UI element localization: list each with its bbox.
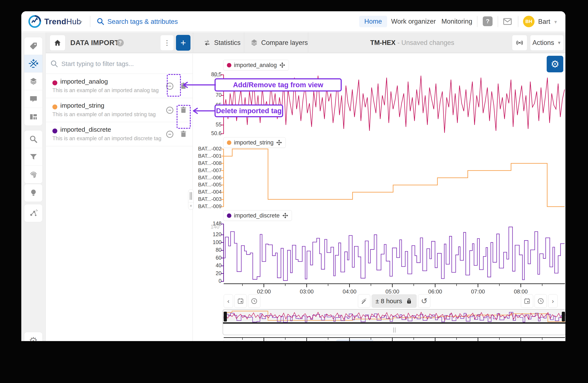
move-icon[interactable] [282, 212, 288, 219]
actions-button[interactable]: Actions ▼ [530, 35, 564, 51]
tag-description: This is an example of an imported string… [52, 111, 156, 117]
sidebar-item-comments[interactable] [24, 90, 42, 108]
tab-home[interactable]: Home [359, 16, 387, 27]
live-mode-button[interactable] [512, 35, 527, 51]
lightbulb-icon [29, 189, 38, 197]
x-axis-tick [306, 338, 307, 341]
x-axis-tick-label: 05:00 [380, 288, 405, 295]
mail-icon[interactable] [502, 16, 513, 27]
annotation-text: Delete imported tag [216, 107, 282, 115]
lock-icon[interactable] [405, 297, 413, 305]
toolbar-divider [193, 32, 193, 53]
x-axis-tick [349, 338, 350, 341]
remove-from-view-icon[interactable] [165, 130, 174, 139]
annotation-add-remove: Add/Remove tag from view [214, 78, 342, 92]
search-input[interactable]: Search tags & attributes [107, 11, 178, 32]
app-window: TrendHub ▾ Search tags & attributes Home… [21, 11, 566, 341]
x-axis-minor-tick [542, 338, 542, 340]
x-axis-minor-tick [328, 338, 328, 340]
y-axis-category-label: BAT...-003 [189, 196, 222, 202]
start-calendar-button[interactable] [234, 294, 247, 308]
overview-strip[interactable] [223, 309, 566, 335]
search-icon[interactable] [96, 17, 105, 26]
sidebar-item-filter[interactable] [24, 148, 42, 166]
sidebar-item-recommendations[interactable] [24, 184, 42, 202]
tag-row-imported-discrete[interactable]: imported_discrete This is an example of … [46, 122, 193, 146]
x-axis-tick [435, 338, 436, 341]
x-axis-tick-label: 03:00 [294, 288, 319, 295]
range-1d-button[interactable]: 1D [224, 340, 237, 341]
string-trend-chart[interactable] [224, 145, 565, 209]
y-axis-tick-label: 80 [188, 72, 219, 78]
help-icon[interactable]: ? [483, 16, 493, 26]
legend-chip-imported-discrete[interactable]: imported_discrete [223, 210, 292, 221]
chart-settings-button[interactable]: ⚙ [547, 56, 563, 72]
range-1w-button[interactable]: 1W [237, 340, 252, 341]
add-tag-button[interactable]: + [176, 35, 190, 51]
x-axis-tick [478, 338, 478, 341]
overview-scrollbar[interactable] [223, 325, 566, 335]
panel-menu-button[interactable]: ⋮ [160, 35, 174, 51]
sidebar-item-tags[interactable] [24, 37, 42, 55]
sidebar-item-context[interactable] [24, 204, 42, 222]
pan-left-button[interactable]: ‹ [224, 294, 233, 308]
compare-layers-button[interactable]: Compare layers [261, 32, 308, 53]
trend-scale-button[interactable] [358, 294, 370, 308]
move-icon[interactable] [279, 62, 285, 68]
home-folder-button[interactable] [50, 35, 65, 51]
avatar[interactable]: BH [523, 16, 535, 27]
tab-work-organizer[interactable]: Work organizer [391, 16, 436, 27]
sidebar-item-search[interactable] [24, 131, 42, 148]
tag-row-imported-string[interactable]: imported_string This is an example of an… [46, 98, 193, 122]
x-axis-tick [349, 284, 350, 287]
brand-name[interactable]: TrendHub [44, 11, 81, 32]
panel-help-icon[interactable]: ? [117, 39, 124, 46]
x-axis-tick-label: 08:00 [508, 288, 534, 295]
tag-filter-input[interactable]: Start typing to filter tags... [61, 54, 134, 74]
pan-right-button[interactable]: › [548, 294, 558, 308]
legend-chip-imported-analog[interactable]: imported_analog [223, 60, 289, 70]
start-time-button[interactable] [248, 294, 260, 308]
user-chevron-down-icon[interactable]: ▾ [554, 19, 557, 25]
rail-group-search [24, 130, 42, 184]
move-icon[interactable] [276, 140, 282, 146]
statistics-button[interactable]: Statistics [214, 32, 241, 53]
sidebar-item-calculations[interactable] [24, 55, 42, 73]
trash-icon[interactable] [179, 130, 188, 138]
discrete-trend-chart[interactable] [224, 224, 565, 282]
series-line [224, 149, 565, 207]
tab-monitoring[interactable]: Monitoring [441, 16, 472, 27]
sidebar-item-settings[interactable]: ⚙ [24, 332, 42, 341]
legend-chip-imported-string[interactable]: imported_string [223, 137, 286, 148]
range-3m-button[interactable]: 3M [266, 340, 281, 341]
user-name[interactable]: Bart [538, 11, 550, 32]
sidebar-item-fingerprint[interactable] [24, 166, 42, 183]
end-time-button[interactable] [535, 294, 547, 308]
splitter-grip[interactable] [188, 190, 193, 202]
range-6m-button[interactable]: 6M [281, 340, 296, 341]
x-axis-minor-tick [371, 284, 371, 286]
range-all-button[interactable]: ALL [309, 340, 326, 341]
range-1m-button[interactable]: 1M [252, 340, 267, 341]
panel-splitter-handle[interactable]: × [188, 189, 194, 210]
panel-close-icon[interactable]: × [188, 202, 193, 209]
range-1y-button[interactable]: 1Y [296, 340, 309, 341]
x-axis-minor-tick [285, 284, 286, 286]
history-button[interactable]: ↺ [418, 294, 430, 308]
overview-right-handle[interactable] [562, 312, 565, 322]
legend-label: imported_discrete [234, 212, 280, 219]
duration-control[interactable]: ± 8 hours [372, 294, 417, 308]
overview-left-handle[interactable] [224, 312, 227, 322]
fit-range-button[interactable] [373, 340, 383, 341]
x-axis-tick-label: 02:00 [251, 288, 277, 295]
sidebar-item-layers[interactable] [24, 73, 42, 90]
x-axis-minor-tick [542, 284, 542, 286]
custom-range-button[interactable]: CUSTOM ▲ [336, 340, 373, 341]
end-calendar-button[interactable] [521, 294, 533, 308]
x-axis-minor-tick [285, 338, 286, 340]
brand-light: Hub [66, 17, 81, 26]
brand-chevron-down-icon[interactable]: ▾ [80, 19, 82, 25]
sidebar-item-dashboards[interactable] [24, 108, 42, 126]
view-name: TM-HEX [370, 39, 396, 46]
remove-from-view-icon[interactable] [165, 106, 174, 115]
